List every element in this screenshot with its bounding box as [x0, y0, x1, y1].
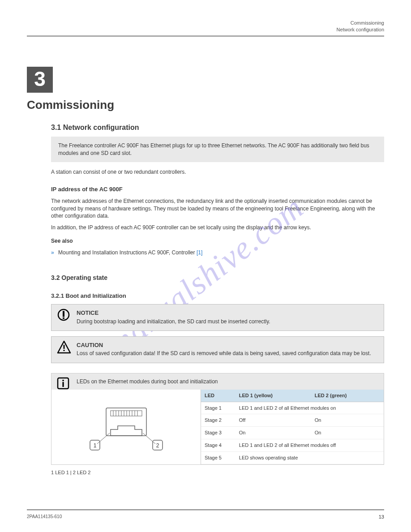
section-heading-network: 3.1 Network configuration: [51, 123, 384, 133]
network-intro: A station can consist of one or two redu…: [51, 168, 384, 176]
section-heading-state: 3.2 Operating state: [51, 274, 384, 282]
footer-page-number: 13: [379, 514, 384, 520]
diagram-label-1: 1: [93, 442, 96, 449]
caution-icon: [57, 340, 71, 356]
footer-doc-id: 2PAA114135-610: [27, 514, 62, 520]
header-line-1: Commissioning: [27, 20, 384, 26]
cell-led1: Off: [235, 414, 311, 427]
notice-severity: NOTICE: [77, 309, 377, 317]
svg-rect-5: [64, 350, 65, 351]
led-table-wrap: LED LED 1 (yellow) LED 2 (green) Stage 1…: [201, 390, 384, 464]
chevron-right-icon: »: [51, 249, 54, 256]
page: manualshive.com Commissioning Network co…: [0, 0, 411, 532]
table-header-row: LED LED 1 (yellow) LED 2 (green): [201, 390, 384, 402]
caution-text: Loss of saved configuration data! If the…: [77, 350, 371, 356]
col-led1: LED 1 (yellow): [235, 390, 311, 402]
cell-led2: On: [311, 414, 384, 427]
info-header-text: LEDs on the Ethernet modules during boot…: [77, 378, 218, 385]
cell-stage: Stage 5: [201, 451, 235, 464]
info-header: LEDs on the Ethernet modules during boot…: [51, 373, 384, 390]
chapter-title: Commissioning: [27, 97, 384, 113]
network-summary-box: The Freelance controller AC 900F has Eth…: [51, 137, 384, 162]
table-row: Stage 4 LED 1 and LED 2 of all Ethernet …: [201, 439, 384, 452]
svg-rect-8: [62, 382, 64, 387]
see-also-label: See also: [51, 237, 384, 245]
cell-span: LED 1 and LED 2 of all Ethernet modules …: [235, 439, 384, 452]
table-row: Stage 2 Off On: [201, 414, 384, 427]
cell-led1: On: [235, 427, 311, 439]
cell-led2: On: [311, 427, 384, 439]
page-header: Commissioning Network configuration: [27, 20, 384, 33]
svg-rect-7: [62, 380, 64, 381]
diagram-label-2: 2: [156, 442, 159, 449]
svg-line-21: [97, 433, 110, 444]
col-led: LED: [201, 390, 235, 402]
cell-stage: Stage 3: [201, 427, 235, 439]
header-line-2: Network configuration: [27, 26, 384, 33]
caution-severity: CAUTION: [77, 341, 377, 349]
ethernet-port-diagram: 1 2: [51, 390, 201, 464]
notice-icon: [57, 308, 70, 323]
info-icon: [57, 377, 69, 391]
svg-rect-2: [63, 317, 64, 319]
cell-span: LED 1 and LED 2 of all Ethernet modules …: [235, 402, 384, 414]
ip-body-2: In addition, the IP address of each AC 9…: [51, 224, 384, 231]
caution-box: CAUTION Loss of saved configuration data…: [51, 336, 384, 363]
boot-init-heading: 3.2.1 Boot and Initialization: [51, 292, 384, 300]
chapter-number-badge: 3: [27, 67, 53, 93]
see-also-ref: [1]: [197, 249, 202, 256]
notice-box: NOTICE During bootstrap loading and init…: [51, 304, 384, 331]
ip-address-heading: IP address of the AC 900F: [51, 185, 384, 193]
led-table: LED LED 1 (yellow) LED 2 (green) Stage 1…: [201, 390, 384, 464]
cell-stage: Stage 1: [201, 402, 235, 414]
notice-text: During bootstrap loading and initializat…: [77, 318, 270, 325]
cell-stage: Stage 4: [201, 439, 235, 452]
cell-stage: Stage 2: [201, 414, 235, 427]
svg-line-22: [143, 433, 155, 444]
svg-rect-4: [64, 345, 65, 349]
table-row: Stage 5 LED shows operating state: [201, 451, 384, 464]
page-footer: 2PAA114135-610 13: [27, 510, 384, 520]
see-also-text: Mounting and Installation Instructions A…: [58, 249, 195, 256]
col-led2: LED 2 (green): [311, 390, 384, 402]
svg-rect-1: [63, 311, 64, 317]
diagram-legend: 1 LED 1 | 2 LED 2: [51, 469, 384, 476]
header-rule: [27, 36, 384, 36]
see-also-link[interactable]: » Mounting and Installation Instructions…: [51, 249, 384, 256]
ip-body-1: The network addresses of the Ethernet co…: [51, 197, 384, 219]
svg-rect-9: [106, 408, 146, 436]
led-info-row: 1 2 LED LED 1 (yellow) LED 2 (green) Sta…: [51, 390, 384, 465]
table-row: Stage 1 LED 1 and LED 2 of all Ethernet …: [201, 402, 384, 414]
cell-span: LED shows operating state: [235, 451, 384, 464]
table-row: Stage 3 On On: [201, 427, 384, 439]
